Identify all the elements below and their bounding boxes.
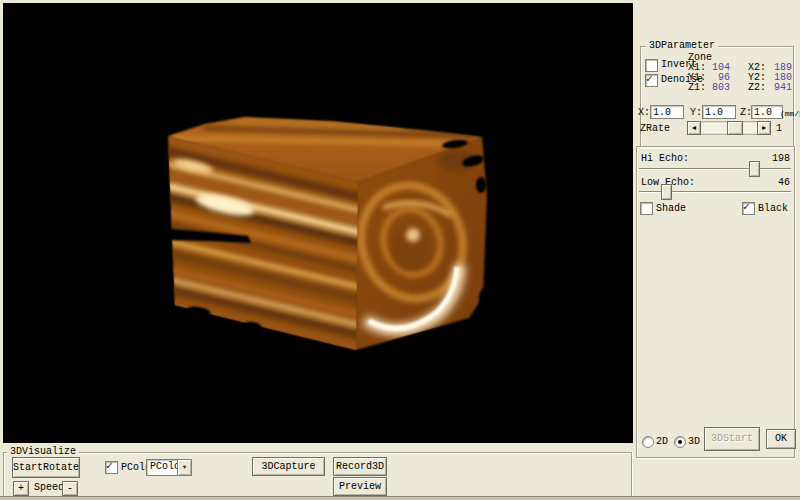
shade-checkbox[interactable] xyxy=(640,202,653,215)
black-checkbox[interactable] xyxy=(742,202,755,215)
ok-button[interactable]: OK xyxy=(766,429,796,449)
start-rotate-button[interactable]: StartRotate xyxy=(12,457,80,478)
pcolor-select[interactable]: PColor xyxy=(146,459,192,476)
zone-row: Y1: 96 Y2: 180 xyxy=(688,72,792,82)
volume-render xyxy=(3,3,633,443)
denoise-checkbox[interactable] xyxy=(645,74,658,87)
app-window: 3DParameter Invert Denoise Zone X1: 104 … xyxy=(0,0,800,500)
mode-3d-label: 3D xyxy=(688,436,700,448)
render-viewport[interactable] xyxy=(3,3,633,443)
zone-z2-label: Z2: xyxy=(748,82,766,94)
low-echo-value: 46 xyxy=(762,177,790,189)
speed-plus-button[interactable]: + xyxy=(13,481,29,496)
shade-label: Shade xyxy=(656,203,686,215)
zone-row: Z1: 803 Z2: 941 xyxy=(688,82,792,92)
x-scale-label: X: xyxy=(638,107,650,119)
zrate-right-arrow-icon[interactable]: ► xyxy=(757,121,771,135)
pcolor-checkbox[interactable] xyxy=(105,461,118,474)
scale-unit-label: (mm/p) xyxy=(780,108,800,120)
y-scale-label: Y: xyxy=(690,107,702,119)
record3d-button[interactable]: Record3D xyxy=(333,457,387,476)
z-scale-input[interactable] xyxy=(751,105,783,119)
mode-3d-radio[interactable] xyxy=(674,436,686,448)
zone-row: X1: 104 X2: 189 xyxy=(688,62,792,72)
hi-echo-slider[interactable] xyxy=(639,168,791,170)
window-bottom-edge xyxy=(0,496,800,500)
zrate-thumb[interactable] xyxy=(727,121,743,135)
mode-2d-label: 2D xyxy=(656,436,668,448)
speed-label: Speed xyxy=(34,482,64,494)
preview-button[interactable]: Preview xyxy=(333,477,387,496)
zone-z1-value: 803 xyxy=(702,82,730,94)
mode-2d-radio[interactable] xyxy=(642,436,654,448)
zrate-label: ZRate xyxy=(640,123,670,135)
zrate-left-arrow-icon[interactable]: ◄ xyxy=(687,121,701,135)
black-label: Black xyxy=(758,203,788,215)
dropdown-arrow-icon[interactable] xyxy=(177,460,191,475)
x-scale-input[interactable] xyxy=(650,105,684,119)
zrate-scrollbar[interactable]: ◄ ► xyxy=(687,121,771,135)
low-echo-thumb[interactable] xyxy=(661,184,672,200)
3dcapture-button[interactable]: 3DCapture xyxy=(252,457,325,476)
y-scale-input[interactable] xyxy=(702,105,736,119)
zone-z2-value: 941 xyxy=(768,82,792,94)
hi-echo-thumb[interactable] xyxy=(749,161,760,177)
hi-echo-label: Hi Echo: xyxy=(641,153,689,165)
invert-checkbox[interactable] xyxy=(645,59,658,72)
hi-echo-value: 198 xyxy=(762,153,790,165)
speed-minus-button[interactable]: - xyxy=(62,481,78,496)
parameter-groupbox-title: 3DParameter xyxy=(646,40,718,52)
3dstart-button[interactable]: 3DStart xyxy=(704,427,760,451)
zrate-value: 1 xyxy=(776,123,782,135)
